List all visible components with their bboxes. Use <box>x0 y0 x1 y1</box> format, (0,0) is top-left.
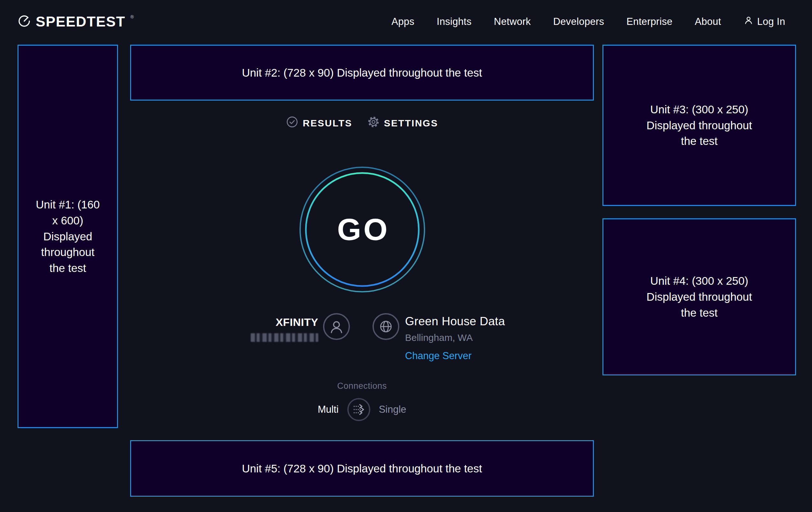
results-settings-tabs: RESULTS SETTINGS <box>130 115 594 131</box>
gear-icon <box>367 115 380 131</box>
ad-unit-2-text: Unit #2: (728 x 90) Displayed throughout… <box>242 65 482 81</box>
connections-multi-option[interactable]: Multi <box>318 404 338 415</box>
isp-info: XFINITY <box>251 316 318 342</box>
check-circle-icon <box>286 115 298 131</box>
main-nav: Apps Insights Network Developers Enterpr… <box>391 15 785 28</box>
logo-wordmark: SPEEDTEST <box>36 14 125 30</box>
login-button[interactable]: Log In <box>744 15 785 28</box>
tab-settings-label: SETTINGS <box>384 118 438 129</box>
connections-toggle-row: Multi Single <box>130 398 594 421</box>
ad-unit-5-text: Unit #5: (728 x 90) Displayed throughout… <box>242 461 482 477</box>
ad-unit-1-text: Unit #1: (160 x 600) Displayed throughou… <box>33 197 102 276</box>
tab-settings[interactable]: SETTINGS <box>367 115 438 131</box>
login-label: Log In <box>757 16 785 27</box>
nav-item-apps[interactable]: Apps <box>391 16 414 27</box>
go-button[interactable]: GO <box>298 166 426 293</box>
nav-item-network[interactable]: Network <box>494 16 531 27</box>
trademark-mark: ® <box>130 15 134 20</box>
nav-item-enterprise[interactable]: Enterprise <box>627 16 672 27</box>
speedometer-icon <box>18 15 31 29</box>
connections-single-option[interactable]: Single <box>379 404 406 415</box>
isp-avatar-icon <box>323 313 350 341</box>
speedtest-logo[interactable]: SPEEDTEST ® <box>18 14 134 30</box>
nav-item-insights[interactable]: Insights <box>437 16 471 27</box>
isp-details-redacted <box>251 333 318 342</box>
ad-unit-3-rectangle: Unit #3: (300 x 250) Displayed throughou… <box>603 45 796 206</box>
ad-unit-5-leaderboard: Unit #5: (728 x 90) Displayed throughout… <box>130 440 594 497</box>
ad-unit-2-leaderboard: Unit #2: (728 x 90) Displayed throughout… <box>130 45 594 101</box>
tab-results-label: RESULTS <box>303 118 352 129</box>
ad-unit-4-text: Unit #4: (300 x 250) Displayed throughou… <box>642 273 757 321</box>
nav-item-developers[interactable]: Developers <box>553 16 604 27</box>
ad-unit-4-rectangle: Unit #4: (300 x 250) Displayed throughou… <box>603 218 796 375</box>
server-location: Bellingham, WA <box>405 332 505 343</box>
user-icon <box>744 15 754 28</box>
speedtest-page: SPEEDTEST ® Apps Insights Network Develo… <box>0 0 812 512</box>
connections-label: Connections <box>130 381 594 391</box>
connections-toggle-icon[interactable] <box>347 398 371 421</box>
server-name: Green House Data <box>405 315 505 328</box>
server-info: Green House Data Bellingham, WA Change S… <box>405 315 505 362</box>
tab-results[interactable]: RESULTS <box>286 115 352 131</box>
go-button-label: GO <box>298 166 426 293</box>
ad-unit-1-skyscraper: Unit #1: (160 x 600) Displayed throughou… <box>18 45 118 428</box>
ad-unit-3-text: Unit #3: (300 x 250) Displayed throughou… <box>642 102 757 149</box>
isp-name: XFINITY <box>251 316 318 328</box>
globe-icon <box>373 313 399 341</box>
top-nav-bar: SPEEDTEST ® Apps Insights Network Develo… <box>0 0 812 44</box>
change-server-link[interactable]: Change Server <box>405 350 505 362</box>
nav-item-about[interactable]: About <box>695 16 721 27</box>
